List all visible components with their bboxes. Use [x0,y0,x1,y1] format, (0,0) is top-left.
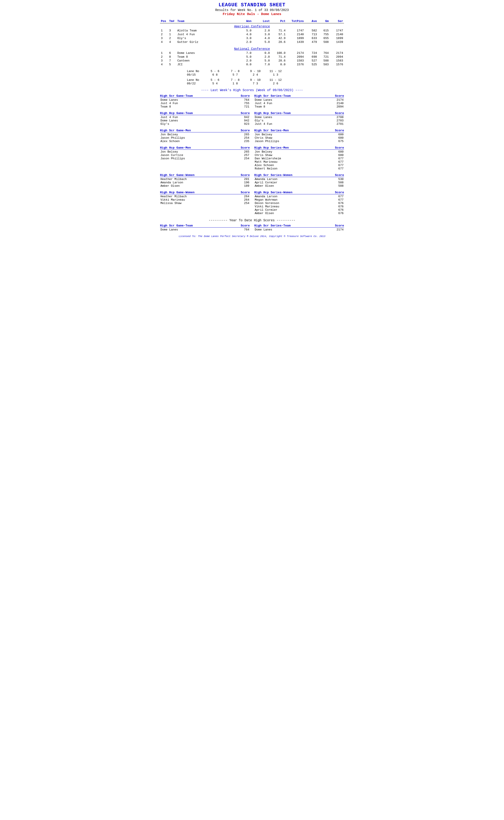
scores-pair: High Scr Game-TeamScoreDome Lanes764High… [160,224,344,231]
scores-entry-name: Amanda Larson [255,178,332,181]
lane-range: 7 - 8 [225,78,245,82]
scores-entry-score: 2094 [332,105,344,108]
lane-date: 09/22 [187,82,205,85]
scores-score-label: Score [335,146,344,149]
scores-entry-score: 942 [238,116,249,119]
scores-category-header: High Hcp Series-MenScore [254,146,344,150]
table-row: 37Canteen2.05.028.615835275881583 [160,59,344,63]
scores-entry-row: Amber Olsen676 [254,212,344,215]
scores-entry-row: Oly's2703 [254,119,344,122]
scores-pair: High Scr Game-MenScoreJon Belsey265Jason… [160,129,344,143]
scores-entry-score: 201 [238,178,249,181]
scores-entry-score: 677 [332,198,344,202]
scores-entry-name: Amber Olsen [160,184,238,188]
scores-entry-name: April Cormier [255,208,332,212]
scores-entry-name: Team 8 [160,105,238,108]
scores-entry-score: 675 [332,140,344,143]
scores-score-label: Score [335,224,344,227]
scores-category-label: High Hcp Series-Team [254,112,291,115]
col-header-tm: Tm# [168,19,177,23]
scores-entry-name: Chris Shaw [255,153,332,157]
ytd-header: ---------- Year To Date High Scores ----… [160,219,344,222]
scores-category-header: High Scr Series-TeamScore [254,224,344,228]
scores-category-label: High Scr Game-Men [160,129,191,132]
scores-category-label: High Scr Game-Team [160,94,193,98]
scores-entry-row: Alex Schoen677 [254,164,344,167]
scores-entry-name: Heather Milbach [160,178,238,181]
col-header-pos: Pos [160,19,168,23]
scores-entry-score: 677 [332,195,344,198]
scores-entry-row: Dome Lanes764 [160,228,250,231]
scores-entry-name: Alex Schoen [255,164,332,167]
scores-category-header: High Scr Series-TeamScore [254,94,344,98]
scores-entry-name: Matt Marineau [255,160,332,164]
scores-category-header: High Hcp Game-TeamScore [160,112,250,115]
scores-column: High Scr Game-WomenScoreHeather Milbach2… [160,173,250,188]
scores-entry-score: 755 [238,102,249,105]
scores-column: High Hcp Game-TeamScoreJust 4 Fun942Dome… [160,112,250,126]
scores-score-label: Score [241,94,250,98]
scores-entry-score: 680 [332,153,344,157]
scores-entry-row: Amanda Larson530 [254,178,344,181]
scores-entry-row: Heather Milbach264 [160,195,250,198]
scores-entry-row: Team 82094 [254,105,344,108]
scores-entry-name: Dome Lanes [160,98,238,102]
header-league: Friday Nite Owls - Dome Lanes [160,12,344,16]
scores-score-label: Score [241,173,250,177]
scores-entry-row: Vikki Marineau264 [160,198,250,202]
scores-entry-row: Jason Curtice257 [160,153,250,157]
scores-entry-name: Just 4 Fun [255,122,332,126]
scores-entry-score: 2140 [332,102,344,105]
scores-entry-name: Team 8 [255,105,332,108]
scores-entry-name: Devon Sorenson [255,202,332,205]
scores-entry-row: Dome Lanes2708 [254,116,344,119]
scores-category-label: High Hcp Game-Men [160,146,191,149]
lane-label-row: Lane No5 - 67 - 89 - 1011 - 12 [187,78,344,82]
conference-header-american_conf: American Conference [160,23,344,29]
table-row: 21Just 4 Fun4.03.057.121407137552140 [160,33,344,36]
scores-category-header: High Hcp Series-WomenScore [254,191,344,194]
scores-entry-name: Alex Schoen [160,140,238,143]
col-header-pct: Pct [271,19,286,23]
scores-entry-score: 530 [332,178,344,181]
last-week-header: ---- Last Week's High Scores (Week of 09… [160,88,344,92]
scores-category-header: High Scr Game-MenScore [160,129,250,132]
lane-label-row: Lane No5 - 67 - 89 - 1011 - 12 [187,70,344,73]
scores-column: High Scr Series-MenScoreJon Belsey680Chr… [254,129,344,143]
lane-assignment: 7 3 [245,82,265,85]
lane-assignment: 5 7 [225,73,245,77]
scores-entry-name: Just 4 Fun [255,102,332,105]
scores-entry-score: 254 [238,157,249,160]
scores-entry-score: 264 [238,195,249,198]
lane-range: 5 - 6 [205,78,225,82]
scores-entry-row: Dome Lanes764 [160,98,250,102]
scores-column: High Hcp Series-MenScoreJon Belsey680Chr… [254,146,344,170]
lane-assignment: 2 4 [245,73,265,77]
scores-category-header: High Hcp Game-WomenScore [160,191,250,194]
scores-entry-name: Heather Milbach [160,195,238,198]
scores-entry-row: Matt Marineau677 [254,160,344,164]
table-row: 16Dome Lanes7.00.0100.021747247642174 [160,51,344,55]
scores-entry-score: 942 [238,119,249,122]
scores-entry-score: 2703 [332,119,344,122]
conference-header-national_conf: National Conference [160,46,344,51]
scores-entry-score: 764 [238,98,249,102]
scores-entry-row: Jon Belsey680 [254,150,344,153]
scores-category-label: High Hcp Game-Women [160,191,195,194]
scores-entry-score: 254 [238,202,249,205]
scores-category-header: High Scr Series-WomenScore [254,173,344,177]
scores-entry-row: Alex Schoen235 [160,140,250,143]
scores-score-label: Score [335,173,344,177]
scores-score-label: Score [241,129,250,132]
scores-entry-name: Jason Phillips [160,136,238,140]
scores-entry-name: Chris Shaw [255,136,332,140]
scores-category-header: High Scr Game-TeamScore [160,94,250,98]
scores-entry-name: Amber Olsen [255,184,332,188]
scores-score-label: Score [241,112,250,115]
lane-assignment: 1 3 [265,73,286,77]
scores-entry-row: Team 8721 [160,105,250,108]
scores-entry-row: Jason Phillips675 [254,140,344,143]
col-header-won: Won [234,19,252,23]
scores-entry-name: Dome Lanes [160,228,238,231]
scores-entry-row: Amber Olsen508 [254,184,344,188]
